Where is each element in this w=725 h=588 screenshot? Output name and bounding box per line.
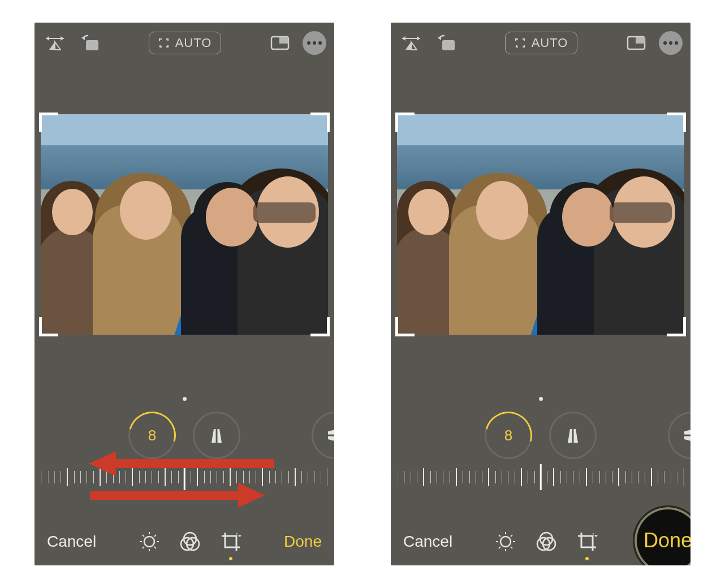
svg-marker-5 xyxy=(81,36,85,40)
photo-preview xyxy=(41,114,328,335)
svg-marker-30 xyxy=(411,42,417,50)
horizontal-perspective-dial[interactable] xyxy=(668,412,691,459)
straighten-dial[interactable]: 8 xyxy=(485,412,532,459)
editor-top-toolbar: AUTO xyxy=(34,23,334,63)
selected-dial-indicator-dot xyxy=(183,397,187,401)
straighten-dial[interactable]: 8 xyxy=(128,412,176,459)
auto-label: AUTO xyxy=(175,36,212,50)
svg-line-18 xyxy=(143,535,144,537)
svg-line-47 xyxy=(499,547,500,548)
photo-editor-screen-step1: AUTO xyxy=(34,23,334,565)
photo-editor-screen-step2: AUTO xyxy=(391,23,691,565)
crop-handle-tr[interactable] xyxy=(667,113,686,132)
crop-handle-br[interactable] xyxy=(310,317,330,336)
editor-top-toolbar: AUTO xyxy=(391,23,691,63)
crop-adjust-panel: 8 xyxy=(34,397,334,521)
cancel-button[interactable]: Cancel xyxy=(403,533,452,551)
crop-tab-icon[interactable] xyxy=(574,529,600,555)
filters-tab-icon[interactable] xyxy=(177,529,203,555)
svg-rect-34 xyxy=(636,37,645,44)
crop-handle-tl[interactable] xyxy=(39,113,58,132)
svg-line-21 xyxy=(143,547,144,548)
svg-marker-3 xyxy=(49,42,55,50)
svg-rect-8 xyxy=(279,37,288,44)
adjust-tab-icon[interactable] xyxy=(136,529,162,555)
crop-handle-tr[interactable] xyxy=(310,113,330,132)
svg-marker-29 xyxy=(405,42,411,50)
adjust-tab-icon[interactable] xyxy=(493,529,519,555)
svg-line-46 xyxy=(511,535,512,537)
ruler-center-marker xyxy=(184,464,185,490)
svg-rect-6 xyxy=(86,40,98,50)
crop-canvas[interactable] xyxy=(34,63,334,397)
more-options-icon[interactable] xyxy=(303,31,326,55)
angle-ruler-slider[interactable] xyxy=(391,464,691,490)
horizontal-perspective-dial[interactable] xyxy=(312,412,334,459)
crop-adjust-panel: 8 xyxy=(391,397,691,521)
filters-tab-icon[interactable] xyxy=(533,529,559,555)
crop-handle-tl[interactable] xyxy=(395,113,415,132)
svg-marker-4 xyxy=(55,42,61,50)
vertical-perspective-dial[interactable] xyxy=(549,412,597,459)
aspect-ratio-icon[interactable] xyxy=(624,31,649,55)
aspect-ratio-icon[interactable] xyxy=(267,31,292,55)
perspective-dial-row: 8 xyxy=(391,410,691,461)
crop-handle-bl[interactable] xyxy=(39,317,58,336)
svg-marker-31 xyxy=(438,36,441,40)
cancel-button[interactable]: Cancel xyxy=(47,533,96,551)
svg-marker-28 xyxy=(417,36,420,41)
crop-tab-icon[interactable] xyxy=(218,529,244,555)
edit-mode-tabs xyxy=(493,529,600,555)
rotate-icon[interactable] xyxy=(434,31,459,55)
crop-frame[interactable] xyxy=(397,114,684,335)
svg-line-19 xyxy=(154,547,156,548)
svg-line-45 xyxy=(511,547,512,548)
selected-dial-indicator-dot xyxy=(539,397,543,401)
auto-label: AUTO xyxy=(532,36,568,50)
done-highlight-label: Done xyxy=(644,529,691,552)
crop-handle-br[interactable] xyxy=(667,317,686,336)
edit-mode-tabs xyxy=(136,529,244,555)
active-tab-dot xyxy=(229,557,232,560)
vertical-perspective-dial[interactable] xyxy=(193,412,240,459)
svg-marker-1 xyxy=(46,36,49,41)
rotate-icon[interactable] xyxy=(77,31,102,55)
active-tab-dot xyxy=(585,557,589,560)
auto-crop-button[interactable]: AUTO xyxy=(149,32,222,54)
svg-marker-25 xyxy=(238,535,241,537)
svg-line-44 xyxy=(499,535,500,537)
more-options-icon[interactable] xyxy=(659,31,683,55)
svg-rect-32 xyxy=(442,40,455,50)
editor-bottom-toolbar: Cancel Done xyxy=(34,521,334,565)
crop-frame[interactable] xyxy=(41,114,328,335)
flip-horizontal-icon[interactable] xyxy=(42,31,67,55)
done-button[interactable]: Done xyxy=(284,533,322,551)
svg-marker-2 xyxy=(61,36,64,41)
angle-ruler-slider[interactable] xyxy=(34,464,334,490)
svg-point-39 xyxy=(500,537,511,547)
perspective-dial-row: 8 xyxy=(34,410,334,461)
crop-handle-bl[interactable] xyxy=(395,317,415,336)
svg-point-13 xyxy=(144,537,154,547)
crop-canvas[interactable] xyxy=(391,63,691,397)
svg-marker-51 xyxy=(594,535,598,537)
svg-marker-27 xyxy=(402,36,405,41)
svg-line-20 xyxy=(154,535,156,537)
ruler-center-marker xyxy=(540,464,542,490)
photo-preview xyxy=(397,114,684,335)
auto-crop-button[interactable]: AUTO xyxy=(505,32,578,54)
flip-horizontal-icon[interactable] xyxy=(399,31,424,55)
